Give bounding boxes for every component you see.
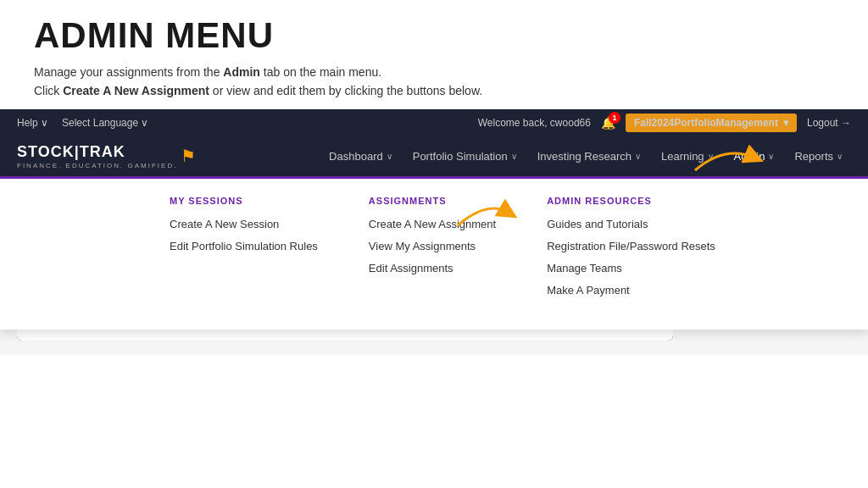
welcome-text: Welcome back, cwood66 (478, 117, 591, 129)
nav-admin[interactable]: Admin ∨ (726, 138, 783, 175)
nav-investing-label: Investing Research (537, 150, 632, 163)
top-bar-left: Help ∨ Select Language ∨ (17, 117, 148, 129)
dropdown-col-resources: ADMIN RESOURCES Guides and Tutorials Reg… (547, 196, 715, 304)
list-item[interactable]: Guides and Tutorials (547, 216, 715, 231)
desc-create-bold: Create A New Assignment (63, 84, 209, 97)
create-session-link[interactable]: Create A New Session (170, 218, 279, 230)
nav-portfolio-label: Portfolio Simulation (413, 150, 508, 163)
dropdown-resources-heading: ADMIN RESOURCES (547, 196, 715, 206)
course-selector[interactable]: Fall2024PortfolioManagement ▾ (626, 114, 797, 132)
nav-learning-label: Learning (661, 150, 704, 163)
create-assignment-link[interactable]: Create A New Assignment (369, 218, 496, 230)
manage-teams-link[interactable]: Manage Teams (547, 262, 622, 274)
nav-reports[interactable]: Reports ∨ (786, 138, 851, 175)
notification-badge: 1 (609, 112, 620, 124)
nav-admin-label: Admin (734, 150, 765, 163)
desc-line2-text: Click (34, 84, 63, 97)
course-chevron-icon: ▾ (783, 117, 788, 129)
nav-reports-label: Reports (794, 150, 833, 163)
edit-assignments-link[interactable]: Edit Assignments (369, 262, 453, 274)
list-item[interactable]: Edit Assignments (369, 260, 496, 275)
list-item[interactable]: Make A Payment (547, 282, 715, 297)
list-item[interactable]: Manage Teams (547, 260, 715, 275)
dropdown-col-sessions: MY SESSIONS Create A New Session Edit Po… (170, 196, 318, 304)
notification-bell[interactable]: 🔔 1 (601, 116, 615, 130)
nav-investing-research[interactable]: Investing Research ∨ (529, 138, 649, 175)
nav-learning[interactable]: Learning ∨ (653, 138, 722, 175)
list-item[interactable]: Create A New Session (170, 216, 318, 231)
main-nav: STOCK|TRAK FINANCE. EDUCATION. GAMIFIED.… (0, 136, 868, 176)
top-bar-right: Welcome back, cwood66 🔔 1 Fall2024Portfo… (478, 114, 851, 132)
desc-line1-end: tab on the main menu. (260, 65, 381, 79)
dropdown-assignments-heading: ASSIGNMENTS (369, 196, 496, 206)
nav-dashboard-label: Dashboard (329, 150, 383, 163)
nav-links: Dashboard ∨ Portfolio Simulation ∨ Inves… (320, 138, 851, 175)
dropdown-sessions-heading: MY SESSIONS (170, 196, 318, 206)
page-title: ADMIN MENU (34, 15, 834, 56)
desc-line1-text: Manage your assignments from the (34, 65, 223, 79)
logo[interactable]: STOCK|TRAK FINANCE. EDUCATION. GAMIFIED.… (17, 136, 196, 176)
nav-container: STOCK|TRAK FINANCE. EDUCATION. GAMIFIED.… (0, 136, 868, 176)
dropdown-col-assignments: ASSIGNMENTS Create A New Assignment View… (369, 196, 496, 304)
nav-dashboard[interactable]: Dashboard ∨ (320, 138, 401, 175)
logo-subtitle: FINANCE. EDUCATION. GAMIFIED. (17, 162, 177, 169)
nav-investing-chevron-icon: ∨ (635, 152, 641, 161)
page-description: Manage your assignments from the Admin t… (34, 63, 834, 101)
top-bar: Help ∨ Select Language ∨ Welcome back, c… (0, 109, 868, 136)
nav-portfolio-simulation[interactable]: Portfolio Simulation ∨ (404, 138, 526, 175)
guides-tutorials-link[interactable]: Guides and Tutorials (547, 218, 648, 230)
view-assignments-link[interactable]: View My Assignments (369, 240, 476, 252)
help-menu[interactable]: Help ∨ (17, 117, 48, 129)
nav-reports-chevron-icon: ∨ (837, 152, 843, 161)
make-payment-link[interactable]: Make A Payment (547, 284, 630, 297)
registration-link[interactable]: Registration File/Password Resets (547, 240, 715, 252)
nav-learning-chevron-icon: ∨ (708, 152, 714, 161)
nav-dashboard-chevron-icon: ∨ (387, 152, 392, 161)
language-selector[interactable]: Select Language ∨ (62, 117, 148, 129)
list-item[interactable]: Edit Portfolio Simulation Rules (170, 238, 318, 253)
edit-portfolio-rules-link[interactable]: Edit Portfolio Simulation Rules (170, 240, 318, 252)
list-item[interactable]: View My Assignments (369, 238, 496, 253)
course-name: Fall2024PortfolioManagement (634, 117, 778, 129)
nav-portfolio-chevron-icon: ∨ (511, 152, 517, 161)
logo-text: STOCK|TRAK (17, 143, 177, 161)
admin-dropdown: MY SESSIONS Create A New Session Edit Po… (0, 176, 868, 330)
desc-admin-bold: Admin (223, 65, 260, 79)
desc-line2-end: or view and edit them by clicking the bu… (209, 84, 482, 97)
list-item[interactable]: Create A New Assignment (369, 216, 496, 231)
logout-button[interactable]: Logout → (807, 117, 851, 129)
list-item[interactable]: Registration File/Password Resets (547, 238, 715, 253)
logo-icon: ⚑ (181, 146, 196, 166)
nav-admin-chevron-icon: ∨ (768, 152, 774, 161)
